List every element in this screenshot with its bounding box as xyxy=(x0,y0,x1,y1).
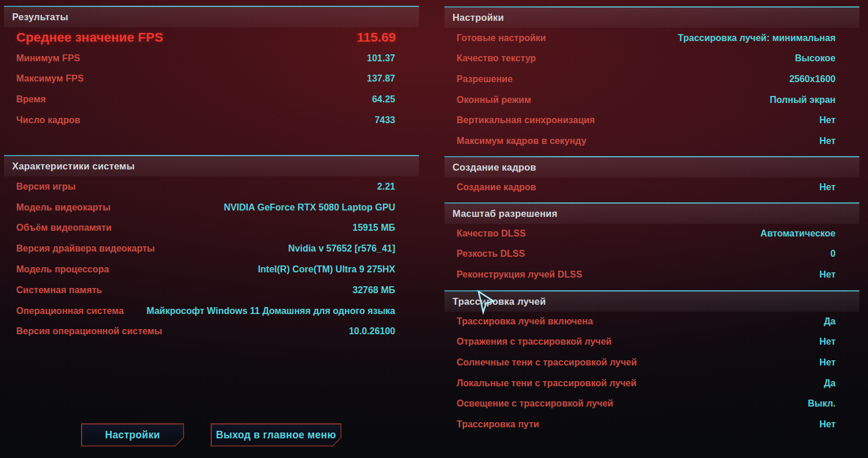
settings-summary-panel: Настройки Готовые настройки Трассировка … xyxy=(444,0,859,458)
row-value: 7433 xyxy=(374,115,395,125)
row-value: Да xyxy=(824,316,836,327)
results-section-header: Результаты xyxy=(4,7,419,27)
row-label: Трассировка лучей включена xyxy=(457,316,593,327)
row-label: Вертикальная синхронизация xyxy=(457,115,595,125)
row-label: Максимум кадров в секунду xyxy=(457,136,586,146)
row-label: Время xyxy=(16,94,46,105)
row-label: Локальные тени с трассировкой лучей xyxy=(457,378,637,389)
frame-generation-row: Создание кадров Нет xyxy=(444,177,859,198)
max-fps-row: Максимум FPS 137.87 xyxy=(4,69,419,90)
game-version-row: Версия игры 2.21 xyxy=(4,176,419,197)
row-label: Отражения с трассировкой лучей xyxy=(457,337,612,347)
row-label: Системная память xyxy=(16,285,102,296)
benchmark-results-panel: Результаты Среднее значение FPS 115.69 М… xyxy=(4,0,419,458)
row-label: Трассировка пути xyxy=(457,419,539,430)
ram-row: Системная память 32768 МБ xyxy=(4,280,419,301)
results-title: Результаты xyxy=(12,12,68,23)
row-label: Солнечные тени с трассировкой лучей xyxy=(457,357,637,368)
row-value: 137.87 xyxy=(367,73,395,84)
max-fps-setting-row: Максимум кадров в секунду Нет xyxy=(444,131,859,152)
row-label: Создание кадров xyxy=(457,182,536,193)
dlss-ray-reconstruction-row: Реконструкция лучей DLSS Нет xyxy=(444,264,859,285)
dlss-quality-row: Качество DLSS Автоматическое xyxy=(444,223,859,244)
row-value: Intel(R) Core(TM) Ultra 9 275HX xyxy=(258,264,395,275)
average-fps-label: Среднее значение FPS xyxy=(16,30,163,45)
results-rows: Среднее значение FPS 115.69 Минимум FPS … xyxy=(4,27,419,130)
row-label: Модель видеокарты xyxy=(16,202,111,213)
average-fps-value: 115.69 xyxy=(356,30,396,45)
row-label: Число кадров xyxy=(16,115,80,125)
exit-button-label: Выход в главное меню xyxy=(212,424,341,446)
row-label: Модель процессора xyxy=(16,264,109,275)
row-label: Максимум FPS xyxy=(16,73,84,84)
row-label: Версия игры xyxy=(16,182,76,192)
window-mode-row: Оконный режим Полный экран xyxy=(444,90,859,110)
row-value: 10.0.26100 xyxy=(349,326,395,337)
row-label: Качество текстур xyxy=(457,53,536,64)
frame-generation-title: Создание кадров xyxy=(453,162,536,173)
settings-rows: Готовые настройки Трассировка лучей: мин… xyxy=(444,28,859,152)
rt-local-shadows-row: Локальные тени с трассировкой лучей Да xyxy=(444,373,859,394)
row-value: Нет xyxy=(819,136,836,146)
row-value: Нет xyxy=(819,357,836,368)
row-value: Нет xyxy=(819,419,836,430)
resolution-scaling-section-header: Масштаб разрешения xyxy=(444,204,859,224)
row-value: NVIDIA GeForce RTX 5080 Laptop GPU xyxy=(224,202,395,213)
row-value: 2560x1600 xyxy=(789,74,836,84)
row-value: Нет xyxy=(819,182,836,193)
row-label: Объём видеопамяти xyxy=(16,223,112,233)
row-value: Нет xyxy=(819,337,836,347)
preset-row: Готовые настройки Трассировка лучей: мин… xyxy=(444,28,859,49)
system-specs-section-header: Характеристики системы xyxy=(4,156,419,176)
gpu-driver-row: Версия драйвера видеокарты Nvidia v 5765… xyxy=(4,238,419,259)
exit-to-main-menu-button[interactable]: Выход в главное меню xyxy=(211,423,341,446)
row-label: Готовые настройки xyxy=(457,33,546,43)
frame-generation-rows: Создание кадров Нет xyxy=(444,177,859,198)
row-value: Автоматическое xyxy=(760,228,836,239)
row-label: Резкость DLSS xyxy=(457,249,525,259)
row-label: Разрешение xyxy=(457,74,513,84)
row-value: 64.25 xyxy=(372,94,395,105)
system-specs-rows: Версия игры 2.21 Модель видеокарты NVIDI… xyxy=(4,176,419,342)
row-value: 32768 МБ xyxy=(352,285,395,296)
dlss-sharpness-row: Резкость DLSS 0 xyxy=(444,244,859,265)
resolution-row: Разрешение 2560x1600 xyxy=(444,69,859,90)
system-specs-title: Характеристики системы xyxy=(12,161,135,172)
row-label: Версия драйвера видеокарты xyxy=(16,243,155,254)
frame-count-row: Число кадров 7433 xyxy=(4,110,419,131)
row-label: Версия операционной системы xyxy=(16,326,162,337)
average-fps-row: Среднее значение FPS 115.69 xyxy=(4,27,419,48)
min-fps-row: Минимум FPS 101.37 xyxy=(4,48,419,69)
settings-button[interactable]: Настройки xyxy=(81,423,184,446)
row-value: Высокое xyxy=(795,53,836,64)
ray-tracing-rows: Трассировка лучей включена Да Отражения … xyxy=(444,311,859,435)
time-row: Время 64.25 xyxy=(4,89,419,110)
settings-button-label: Настройки xyxy=(82,424,183,446)
row-value: Полный экран xyxy=(770,95,836,105)
row-value: Майкрософт Windows 11 Домашняя для одног… xyxy=(146,306,395,316)
row-label: Реконструкция лучей DLSS xyxy=(457,269,582,280)
vsync-row: Вертикальная синхронизация Нет xyxy=(444,110,859,131)
row-label: Операционная система xyxy=(16,306,124,316)
cpu-model-row: Модель процессора Intel(R) Core(TM) Ultr… xyxy=(4,259,419,280)
rt-enabled-row: Трассировка лучей включена Да xyxy=(444,311,859,332)
resolution-scaling-title: Масштаб разрешения xyxy=(453,208,557,219)
os-row: Операционная система Майкрософт Windows … xyxy=(4,301,419,322)
row-value: 0 xyxy=(830,249,836,259)
row-label: Освещение с трассировкой лучей xyxy=(457,398,613,409)
os-version-row: Версия операционной системы 10.0.26100 xyxy=(4,322,419,342)
row-value: Nvidia v 57652 [r576_41] xyxy=(288,243,395,254)
path-tracing-row: Трассировка пути Нет xyxy=(444,414,859,435)
vram-row: Объём видеопамяти 15915 МБ xyxy=(4,218,419,239)
rt-reflections-row: Отражения с трассировкой лучей Нет xyxy=(444,332,859,353)
rt-lighting-row: Освещение с трассировкой лучей Выкл. xyxy=(444,393,859,414)
row-value: Выкл. xyxy=(808,398,836,409)
row-value: Нет xyxy=(819,115,836,125)
row-label: Минимум FPS xyxy=(16,53,80,64)
row-value: 101.37 xyxy=(367,53,395,64)
texture-quality-row: Качество текстур Высокое xyxy=(444,49,859,69)
row-value: Нет xyxy=(819,269,836,280)
resolution-scaling-rows: Качество DLSS Автоматическое Резкость DL… xyxy=(444,223,859,285)
rt-sun-shadows-row: Солнечные тени с трассировкой лучей Нет xyxy=(444,352,859,373)
row-value: Да xyxy=(824,378,836,389)
